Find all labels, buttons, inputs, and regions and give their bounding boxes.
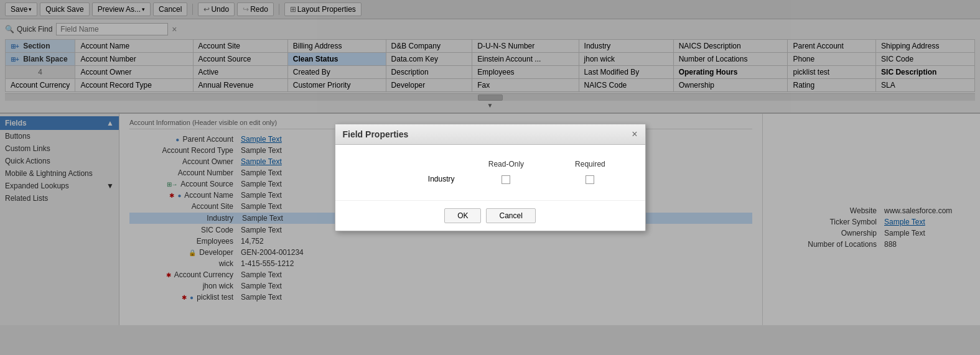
readonly-checkbox[interactable] bbox=[502, 175, 510, 184]
modal-table: Read-Only Required Industry bbox=[350, 157, 630, 188]
modal-readonly-checkbox-cell bbox=[462, 171, 551, 188]
modal-overlay: Field Properties × Read-Only Required In… bbox=[0, 0, 980, 325]
modal-industry-label: Industry bbox=[350, 171, 462, 188]
modal-footer: OK Cancel bbox=[335, 200, 645, 231]
modal-body: Read-Only Required Industry bbox=[335, 145, 645, 200]
modal-col-required: Required bbox=[550, 157, 630, 171]
modal-industry-row: Industry bbox=[350, 171, 630, 188]
modal-cancel-button[interactable]: Cancel bbox=[486, 208, 535, 223]
modal-required-checkbox-cell bbox=[550, 171, 630, 188]
modal-title: Field Properties bbox=[343, 129, 409, 139]
required-checkbox[interactable] bbox=[586, 175, 594, 184]
modal-header: Field Properties × bbox=[335, 124, 645, 145]
modal-col-readonly: Read-Only bbox=[462, 157, 551, 171]
modal-close-button[interactable]: × bbox=[632, 129, 637, 139]
field-properties-modal: Field Properties × Read-Only Required In… bbox=[335, 124, 646, 231]
modal-ok-button[interactable]: OK bbox=[444, 208, 481, 223]
